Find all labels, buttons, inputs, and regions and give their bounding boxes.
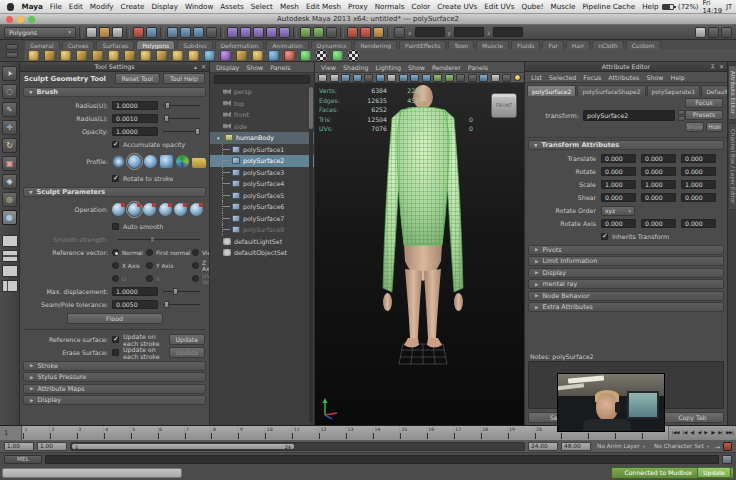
outliner-item-defaultobjectset[interactable]: defaultObjectSet [210, 247, 314, 259]
highlight-selection-icon[interactable] [206, 27, 217, 38]
transform-name-field[interactable]: polySurface2 [583, 110, 675, 121]
outliner-item-polysurface3[interactable]: polySurface3 [210, 167, 314, 179]
accumulate-opacity-checkbox[interactable] [112, 141, 119, 148]
shelf-tab[interactable]: nCloth [592, 40, 624, 49]
operation-pinch-icon[interactable] [174, 203, 187, 216]
camera-select-icon[interactable] [318, 74, 327, 82]
tool-help-button[interactable]: Tool Help [163, 73, 205, 84]
time-tick[interactable]: 2 [49, 426, 76, 440]
erase-update-button[interactable]: Update [169, 347, 205, 358]
animation-end-field[interactable]: 48.00 [561, 442, 591, 451]
view-cube[interactable]: FRONT [491, 93, 517, 118]
shelf-tab[interactable]: General [24, 40, 60, 49]
use-all-lights-icon[interactable] [433, 74, 442, 82]
poly-soccer-ball-icon[interactable] [188, 50, 199, 61]
select-component-icon[interactable] [193, 27, 204, 38]
ncloth-create-icon[interactable] [332, 50, 343, 61]
shelf-tab[interactable]: Hair [566, 40, 590, 49]
shelf-tab[interactable]: Subdivs [177, 40, 213, 49]
shelf-tab[interactable]: Fluids [511, 40, 541, 49]
render-icon[interactable] [347, 27, 358, 38]
reference-update-button[interactable]: Update [169, 334, 205, 345]
outliner-item-polysurface4[interactable]: polySurface4 [210, 178, 314, 190]
time-tick[interactable]: 17 [453, 426, 480, 440]
select-hierarchy-icon[interactable] [167, 27, 178, 38]
play-backwards-button[interactable]: ◀ [698, 431, 701, 436]
operation-push-icon[interactable] [112, 203, 125, 216]
anim-layer-dropdown[interactable]: No Anim Layer [594, 441, 648, 451]
divider[interactable] [79, 27, 83, 38]
brush-profile-square-icon[interactable] [160, 155, 173, 168]
time-tick[interactable]: 19 [507, 426, 534, 440]
shear-x-field[interactable]: 0.000 [601, 193, 636, 203]
nav-down-icon[interactable] [678, 116, 685, 121]
rotate-axis-x-field[interactable]: 0.000 [601, 219, 636, 229]
ref-uv-vector-radio[interactable] [192, 275, 199, 282]
os-menu-item[interactable]: Normals [375, 2, 405, 11]
os-menu-item[interactable]: Color [411, 2, 430, 11]
outliner-item-polysurface6[interactable]: polySurface6 [210, 201, 314, 213]
presets-button[interactable]: Presets [685, 110, 723, 120]
auto-smooth-checkbox[interactable] [112, 223, 119, 230]
os-menu-item[interactable]: Maya [22, 2, 43, 11]
collapsed-section-header[interactable]: mental ray [528, 279, 724, 289]
reference-update-checkbox[interactable] [112, 336, 119, 343]
attribute-editor-menu[interactable]: Help [670, 74, 684, 81]
os-menu-item[interactable]: Pipeline Cache [582, 2, 635, 11]
boolean-icon[interactable] [220, 50, 231, 61]
collapsed-section-header[interactable]: Extra Attributes [528, 302, 724, 312]
time-tick[interactable]: 18 [480, 426, 507, 440]
body-right-foot[interactable] [427, 338, 442, 348]
outliner-item-side[interactable]: side [210, 121, 314, 133]
collapsed-section-header[interactable]: Stroke [23, 361, 206, 371]
layout-four-pane-button[interactable] [2, 250, 18, 262]
tab-polysurface2[interactable]: polySurface2 [527, 85, 576, 96]
pin-panel-icon[interactable]: ⊼ [711, 63, 715, 70]
poly-sphere-icon[interactable] [28, 50, 39, 61]
collapse-panel-icon[interactable]: ▴ [194, 63, 197, 70]
user-menu[interactable]: JT [726, 3, 732, 11]
redo-icon[interactable] [146, 27, 157, 38]
snap-to-point-icon[interactable] [253, 27, 264, 38]
close-panel-icon[interactable]: ✕ [201, 63, 206, 70]
max-displacement-slider[interactable] [163, 287, 200, 296]
step-forward-key-button[interactable]: |▶ [711, 431, 715, 436]
range-slider-bar[interactable]: 1 24 [72, 444, 294, 450]
step-back-frame-button[interactable]: |◀ [683, 431, 687, 436]
human-body-model[interactable] [315, 83, 524, 425]
mudbox-update-button[interactable]: Update [697, 467, 731, 478]
os-menu-item[interactable]: Edit UVs [484, 2, 514, 11]
os-menu-item[interactable]: Modify [90, 2, 114, 11]
shelf-tab[interactable]: Toon [448, 40, 474, 49]
body-right-hand[interactable] [454, 293, 463, 311]
os-menu-item[interactable]: File [50, 2, 62, 11]
ref-u-radio[interactable] [112, 275, 119, 282]
os-menu-item[interactable]: Select [251, 2, 273, 11]
outliner-search-field[interactable] [214, 75, 310, 84]
play-forwards-button[interactable]: ▶ [704, 431, 707, 436]
textured-icon[interactable] [422, 74, 431, 82]
radius-u-field[interactable]: 1.0000 [112, 101, 158, 110]
time-tick[interactable]: 16 [426, 426, 453, 440]
scale-x-field[interactable]: 1.000 [601, 180, 636, 190]
shelf-tab[interactable]: Fur [542, 40, 563, 49]
auto-keyframe-arrow-icon[interactable]: → [715, 443, 720, 450]
z-coordinate-field[interactable] [493, 27, 523, 37]
attribute-editor-menu[interactable]: Focus [583, 74, 601, 81]
time-tick[interactable]: 15 [399, 426, 426, 440]
opacity-field[interactable]: 1.0000 [112, 127, 158, 136]
erase-update-checkbox[interactable] [112, 349, 119, 356]
sculpt-geometry-tool-icon[interactable] [2, 210, 17, 225]
sculpt-parameters-section-header[interactable]: Sculpt Parameters [23, 187, 206, 197]
2d-pan-zoom-icon[interactable] [376, 74, 385, 82]
time-tick[interactable]: 3 [76, 426, 103, 440]
xray-icon[interactable] [502, 74, 511, 82]
outliner-menu[interactable]: Show [246, 64, 263, 71]
outliner-item-polysurface8[interactable]: polySurface8 [210, 224, 314, 236]
rotate-axis-z-field[interactable]: 0.000 [681, 219, 716, 229]
gamma-icon[interactable] [523, 74, 524, 81]
quick-selection-icon[interactable] [394, 27, 405, 38]
poly-pyramid-icon[interactable] [140, 50, 151, 61]
script-editor-icon[interactable] [722, 455, 732, 464]
outliner-item-humanbody[interactable]: ▾humanBody [210, 132, 314, 144]
